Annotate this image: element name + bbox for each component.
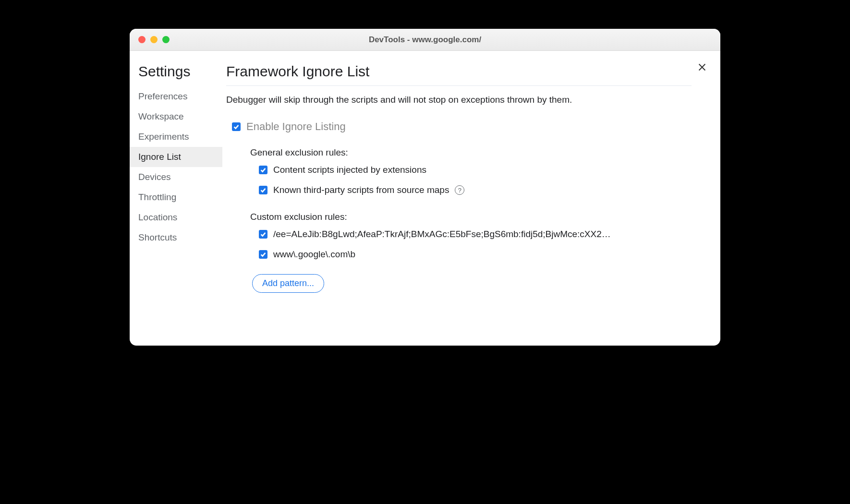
window-title: DevTools - www.google.com/ bbox=[130, 35, 720, 45]
custom-rule-0-label: /ee=ALeJib:B8gLwd;AfeaP:TkrAjf;BMxAGc:E5… bbox=[273, 229, 611, 240]
titlebar: DevTools - www.google.com/ bbox=[130, 29, 720, 51]
general-rule-content-scripts[interactable]: Content scripts injected by extensions bbox=[259, 165, 692, 175]
devtools-settings-window: DevTools - www.google.com/ Settings Pref… bbox=[130, 29, 720, 346]
content-area: Settings Preferences Workspace Experimen… bbox=[130, 51, 720, 346]
close-icon bbox=[697, 62, 707, 72]
content-scripts-label: Content scripts injected by extensions bbox=[273, 165, 426, 175]
sidebar-item-shortcuts[interactable]: Shortcuts bbox=[130, 228, 222, 248]
sidebar-item-experiments[interactable]: Experiments bbox=[130, 127, 222, 147]
checkmark-icon bbox=[260, 187, 267, 193]
main-panel: Framework Ignore List Debugger will skip… bbox=[222, 51, 720, 346]
sidebar-item-devices[interactable]: Devices bbox=[130, 167, 222, 187]
checkmark-icon bbox=[233, 123, 240, 130]
window-close-button[interactable] bbox=[138, 36, 146, 43]
checkmark-icon bbox=[260, 231, 267, 238]
close-settings-button[interactable] bbox=[695, 60, 709, 74]
custom-rule-0-checkbox[interactable] bbox=[259, 230, 267, 239]
third-party-checkbox[interactable] bbox=[259, 186, 267, 194]
enable-ignore-listing-label: Enable Ignore Listing bbox=[246, 120, 346, 133]
general-rules-label: General exclusion rules: bbox=[250, 147, 692, 158]
content-scripts-checkbox[interactable] bbox=[259, 166, 267, 174]
checkmark-icon bbox=[260, 167, 267, 173]
third-party-label: Known third-party scripts from source ma… bbox=[273, 185, 449, 195]
window-maximize-button[interactable] bbox=[162, 36, 170, 43]
general-rule-third-party[interactable]: Known third-party scripts from source ma… bbox=[259, 185, 692, 195]
custom-rules-label: Custom exclusion rules: bbox=[250, 212, 692, 222]
page-description: Debugger will skip through the scripts a… bbox=[226, 95, 692, 105]
sidebar-item-locations[interactable]: Locations bbox=[130, 207, 222, 228]
sidebar-item-preferences[interactable]: Preferences bbox=[130, 86, 222, 107]
custom-rule-1-checkbox[interactable] bbox=[259, 250, 267, 259]
sidebar-item-workspace[interactable]: Workspace bbox=[130, 107, 222, 127]
enable-ignore-listing-row[interactable]: Enable Ignore Listing bbox=[232, 120, 692, 133]
sidebar-title: Settings bbox=[130, 63, 222, 86]
custom-rule-1[interactable]: www\.google\.com\b bbox=[259, 249, 692, 260]
custom-rule-0[interactable]: /ee=ALeJib:B8gLwd;AfeaP:TkrAjf;BMxAGc:E5… bbox=[259, 229, 692, 240]
window-minimize-button[interactable] bbox=[150, 36, 158, 43]
page-title: Framework Ignore List bbox=[226, 63, 692, 86]
custom-rule-1-label: www\.google\.com\b bbox=[273, 249, 355, 260]
traffic-lights bbox=[130, 36, 170, 43]
enable-ignore-listing-checkbox[interactable] bbox=[232, 122, 241, 131]
sidebar-item-throttling[interactable]: Throttling bbox=[130, 187, 222, 207]
add-pattern-button[interactable]: Add pattern... bbox=[252, 274, 324, 293]
checkmark-icon bbox=[260, 251, 267, 258]
help-icon[interactable]: ? bbox=[455, 185, 464, 195]
sidebar: Settings Preferences Workspace Experimen… bbox=[130, 51, 222, 346]
sidebar-item-ignore-list[interactable]: Ignore List bbox=[130, 147, 222, 167]
